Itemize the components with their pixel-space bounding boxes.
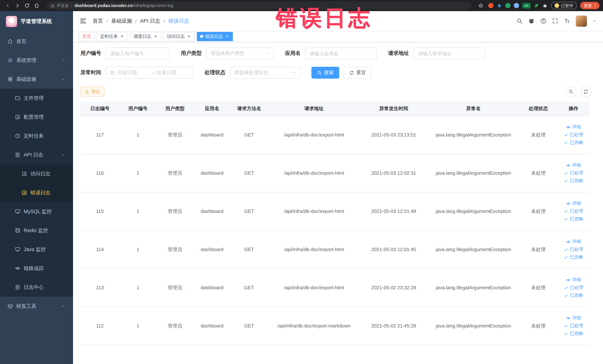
tab-error-logs[interactable]: 错误日志 × (197, 32, 233, 41)
search-button[interactable]: 搜索 (312, 67, 339, 79)
fullscreen-icon[interactable] (552, 18, 558, 24)
column-method: 请求方法名 (231, 102, 268, 116)
sidebar-item-home[interactable]: 首页 (0, 32, 73, 51)
sidebar-item-link-tracing[interactable]: 链路追踪 (0, 259, 73, 278)
tab-home[interactable]: 首页 (79, 32, 94, 41)
cell-user-id: 1 (119, 154, 156, 192)
extension-icon-1[interactable] (488, 3, 493, 8)
extension-icon-2[interactable] (497, 3, 502, 8)
sidebar-item-error-logs[interactable]: 错误日志 (0, 183, 73, 202)
mark-ignored-link[interactable]: 已忽略 (559, 253, 588, 261)
extensions-puzzle-icon[interactable] (542, 3, 548, 8)
cell-request-url: /api/infra/db-doc/export-html (268, 116, 360, 154)
browser-back-button[interactable] (4, 1, 12, 10)
sidebar-item-scheduled-tasks[interactable]: 定时任务 (0, 127, 73, 145)
help-icon[interactable] (540, 18, 546, 24)
mark-processed-link[interactable]: 已处理 (559, 322, 588, 330)
font-size-icon[interactable] (564, 18, 570, 24)
github-icon[interactable] (528, 18, 534, 24)
cell-log-id: 114 (81, 230, 119, 269)
tab-dispatch-logs[interactable]: 调度日志 × (130, 32, 161, 41)
caret-down-icon[interactable] (592, 19, 596, 23)
tags-view: 首页 定时任务 × 调度日志 × 访问日志 × 错误日志 × (73, 31, 603, 42)
star-icon (478, 3, 483, 8)
mark-ignored-link[interactable]: 已忽略 (559, 139, 588, 146)
column-log-id: 日志编号 (81, 102, 119, 116)
detail-link[interactable]: 详细 (559, 123, 588, 131)
browser-reload-button[interactable] (23, 1, 31, 10)
sidebar-item-dev-tools[interactable]: 研发工具 (0, 297, 73, 316)
address-bar[interactable]: 不安全 dashboard.yudao.iocoder.cn/infra/log… (46, 1, 472, 10)
user-id-input[interactable] (110, 51, 165, 56)
detail-link[interactable]: 详细 (559, 161, 588, 169)
cell-log-id: 113 (81, 269, 119, 307)
browser-home-button[interactable] (33, 1, 41, 10)
close-icon[interactable]: × (153, 34, 158, 39)
sidebar-item-system-management[interactable]: 系统管理 (0, 51, 73, 70)
mark-processed-link[interactable]: 已处理 (559, 284, 588, 292)
cell-exception-time: 2021-05-03 12:01:45 (360, 230, 427, 269)
sidebar-item-mysql-monitor[interactable]: MySQL 监控 (0, 202, 73, 221)
mark-ignored-link[interactable]: 已忽略 (559, 215, 588, 223)
sidebar-item-java-monitor[interactable]: Java 监控 (0, 240, 73, 259)
tab-access-logs[interactable]: 访问日志 × (163, 32, 195, 41)
export-button[interactable]: 导出 (81, 86, 104, 97)
app-name-input[interactable] (310, 51, 372, 56)
toggle-search-button[interactable] (565, 86, 577, 97)
mark-processed-link[interactable]: 已处理 (559, 207, 588, 215)
close-icon[interactable]: × (120, 34, 125, 39)
cell-user-type: 管理员 (156, 192, 194, 230)
mark-ignored-link[interactable]: 已忽略 (559, 177, 588, 185)
mark-processed-link[interactable]: 已处理 (559, 131, 588, 139)
user-avatar[interactable] (576, 15, 587, 26)
sidebar-item-api-logs[interactable]: API 日志 (0, 145, 73, 164)
breadcrumb-item-home[interactable]: 首页 (93, 18, 103, 24)
tab-scheduled-tasks[interactable]: 定时任务 × (97, 32, 128, 41)
paused-badge[interactable]: 已暂停 (551, 2, 577, 9)
cell-operations: 详细 已处理 已忽略 (557, 230, 590, 269)
security-chip[interactable]: 不安全 (50, 3, 69, 8)
sidebar-item-log-center[interactable]: 日志中心 (0, 278, 73, 297)
sidebar-item-redis-monitor[interactable]: Redis 监控 (0, 221, 73, 240)
close-icon[interactable]: × (225, 34, 230, 39)
process-status-select[interactable]: 请选择处理状态 (230, 67, 300, 79)
leaf-extension-icon[interactable] (534, 3, 539, 8)
detail-link[interactable]: 详细 (559, 200, 588, 207)
mark-processed-link[interactable]: 已处理 (559, 246, 588, 253)
request-url-input[interactable] (418, 51, 480, 56)
detail-link[interactable]: 详细 (559, 314, 588, 322)
clock-icon (15, 133, 20, 139)
extension-icon-4[interactable] (514, 3, 519, 8)
breadcrumb-item-infrastructure[interactable]: 基础设施 (111, 18, 132, 24)
sidebar-item-config-management[interactable]: 配置管理 (0, 107, 73, 127)
reset-button[interactable]: 重置 (344, 67, 371, 79)
cell-request-url: /api/infra/db-doc/export-html (268, 269, 360, 307)
detail-link[interactable]: 详细 (559, 238, 588, 246)
bookmark-button[interactable] (477, 1, 485, 10)
breadcrumb-item-api-logs[interactable]: API 日志 (140, 18, 160, 24)
user-type-select[interactable]: 请选择用户类型 (206, 47, 274, 59)
close-icon[interactable]: × (186, 34, 191, 39)
detail-link[interactable]: 详细 (559, 276, 588, 284)
mark-processed-link[interactable]: 已处理 (559, 169, 588, 177)
sidebar-item-infrastructure[interactable]: 基础设施 (0, 70, 73, 89)
chevron-down-icon (291, 70, 296, 75)
extension-on-badge[interactable]: on (522, 3, 531, 8)
refresh-table-button[interactable] (580, 86, 591, 97)
browser-forward-button[interactable] (13, 1, 22, 10)
user-type-label: 用户类型 (181, 50, 202, 57)
cell-method: GET (231, 230, 268, 269)
browser-update-button[interactable]: 更新 (580, 2, 600, 9)
date-range-picker[interactable]: 开始日期 - 结束日期 (106, 67, 194, 79)
sidebar-item-access-logs[interactable]: 访问日志 (0, 164, 73, 183)
eye-icon (566, 163, 570, 167)
mark-ignored-link[interactable]: 已忽略 (559, 330, 588, 338)
extension-icon-3[interactable] (505, 3, 510, 8)
browser-right-controls: on 已暂停 更新 (477, 1, 600, 10)
mark-ignored-link[interactable]: 已忽略 (559, 292, 588, 299)
search-icon[interactable] (516, 18, 523, 24)
hamburger-icon[interactable] (80, 17, 87, 24)
cell-user-type: 管理员 (156, 116, 194, 154)
cell-operations: 详细 已处理 已忽略 (557, 269, 590, 307)
sidebar-item-file-management[interactable]: 文件管理 (0, 89, 73, 107)
